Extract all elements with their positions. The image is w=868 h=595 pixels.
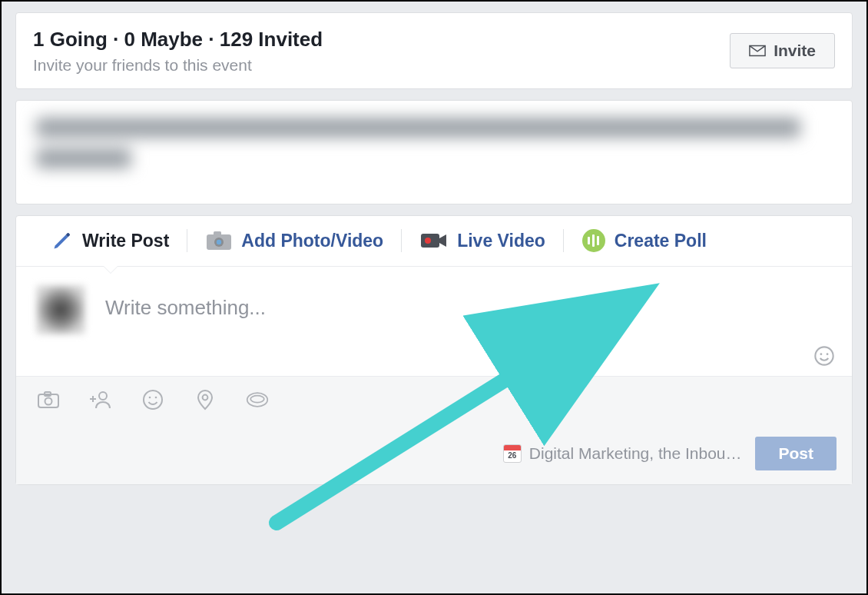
svg-point-13 (144, 391, 162, 409)
feeling-activity-icon[interactable] (141, 387, 165, 412)
svg-point-12 (99, 392, 107, 400)
event-tag-label: Digital Marketing, the Inbou… (529, 444, 742, 463)
tab-add-photo-video[interactable]: Add Photo/Video (187, 215, 402, 266)
event-subtext: Invite your friends to this event (33, 56, 323, 75)
tab-write-post-label: Write Post (82, 231, 169, 251)
check-in-location-icon[interactable] (193, 387, 217, 412)
video-camera-icon (420, 231, 448, 250)
event-tag[interactable]: Digital Marketing, the Inbou… (503, 444, 742, 463)
tab-live-video-label: Live Video (457, 231, 545, 251)
tag-people-icon[interactable] (88, 387, 113, 412)
tab-live-video[interactable]: Live Video (402, 215, 564, 266)
tab-write-post[interactable]: Write Post (33, 215, 187, 266)
svg-point-5 (425, 238, 431, 244)
gif-sticker-icon[interactable] (245, 387, 270, 412)
event-rsvp-headline: 1 Going · 0 Maybe · 129 Invited (33, 27, 323, 53)
invite-button-label: Invite (774, 42, 816, 60)
poll-icon (582, 229, 605, 252)
post-composer: Write Post Add Photo/Video Live Video (15, 215, 853, 485)
envelope-icon (749, 45, 766, 57)
photo-attachment-icon[interactable] (36, 387, 61, 412)
calendar-icon (503, 444, 522, 463)
svg-point-8 (827, 353, 829, 355)
pencil-icon (51, 230, 73, 251)
event-summary-card: 1 Going · 0 Maybe · 129 Invited Invite y… (15, 12, 853, 89)
tab-add-photo-video-label: Add Photo/Video (241, 231, 383, 251)
svg-point-11 (45, 397, 52, 404)
svg-point-3 (217, 240, 221, 244)
avatar (36, 285, 85, 334)
svg-point-18 (250, 396, 264, 403)
composer-footer: Digital Marketing, the Inbou… Post (16, 423, 852, 484)
post-button[interactable]: Post (755, 437, 837, 470)
composer-tabs: Write Post Add Photo/Video Live Video (16, 216, 852, 267)
composer-attachment-bar (16, 376, 852, 423)
svg-rect-1 (214, 231, 221, 236)
svg-point-14 (149, 396, 151, 398)
event-description-card-blurred (15, 100, 853, 204)
svg-point-16 (203, 394, 208, 400)
invite-button[interactable]: Invite (730, 33, 835, 68)
emoji-icon[interactable] (813, 345, 835, 367)
tab-create-poll-label: Create Poll (615, 231, 707, 251)
svg-point-7 (820, 353, 823, 355)
camera-icon (206, 231, 232, 251)
tab-create-poll[interactable]: Create Poll (564, 215, 725, 266)
composer-input-row (16, 267, 852, 376)
svg-point-15 (155, 396, 157, 398)
compose-textarea[interactable] (105, 285, 832, 320)
svg-point-6 (815, 347, 833, 364)
